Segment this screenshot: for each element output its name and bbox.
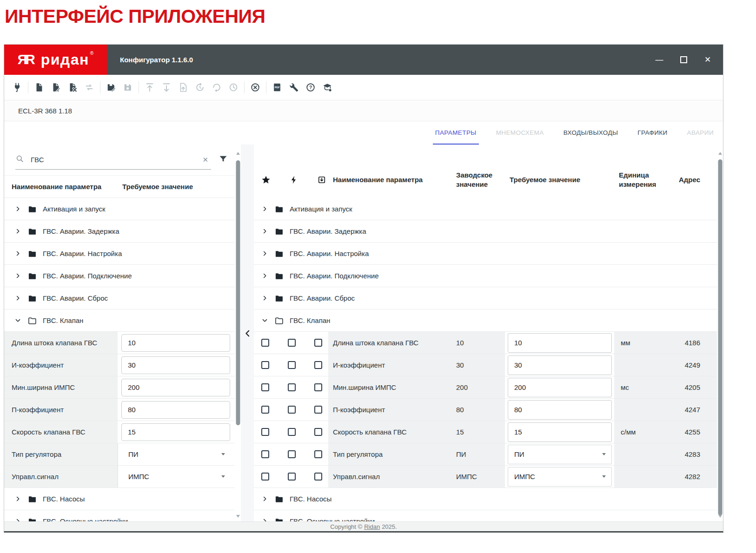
- edit-file-icon[interactable]: [47, 79, 64, 96]
- chevron-right-icon[interactable]: [261, 495, 268, 502]
- history-clock-icon[interactable]: [225, 79, 242, 96]
- sync-icon[interactable]: [81, 79, 98, 96]
- load-checkbox[interactable]: [314, 383, 322, 391]
- chevron-right-icon[interactable]: [14, 250, 21, 257]
- group-row[interactable]: ГВС. Насосы: [254, 488, 717, 510]
- required-value-input[interactable]: [121, 379, 230, 396]
- group-row[interactable]: ГВС. Аварии. Подключение: [4, 265, 235, 287]
- upload-device-icon[interactable]: [141, 79, 158, 96]
- tab-graphs[interactable]: ГРАФИКИ: [635, 121, 670, 145]
- chevron-down-icon[interactable]: [261, 317, 268, 324]
- required-value-select[interactable]: ИМПС: [508, 467, 612, 487]
- favorite-checkbox[interactable]: [261, 339, 269, 347]
- favorite-checkbox[interactable]: [261, 383, 269, 391]
- group-row[interactable]: ГВС. Аварии. Сброс: [254, 287, 717, 309]
- group-row[interactable]: ГВС. Насосы: [4, 488, 235, 510]
- write-checkbox[interactable]: [288, 450, 296, 458]
- filter-icon[interactable]: [219, 154, 228, 165]
- scroll-down-icon[interactable]: [236, 515, 240, 518]
- chevron-right-icon[interactable]: [261, 272, 268, 279]
- group-row[interactable]: ГВС. Аварии. Настройка: [4, 243, 235, 265]
- group-row[interactable]: ГВС. Основные настройки: [4, 510, 235, 521]
- required-value-input[interactable]: [121, 423, 230, 441]
- tab-parameters[interactable]: ПАРАМЕТРЫ: [433, 121, 479, 145]
- help-icon[interactable]: ?: [302, 79, 319, 96]
- search-input[interactable]: ГВС ✕: [15, 150, 211, 170]
- load-checkbox[interactable]: [314, 450, 322, 458]
- group-row[interactable]: ГВС. Клапан: [254, 309, 717, 332]
- download-device-icon[interactable]: [158, 79, 175, 96]
- left-scrollbar[interactable]: [235, 145, 241, 521]
- chevron-right-icon[interactable]: [14, 228, 21, 235]
- tab-mnemoscheme[interactable]: МНЕМОСХЕМА: [494, 121, 546, 145]
- scroll-up-icon[interactable]: [718, 152, 722, 155]
- connect-plug-icon[interactable]: [9, 79, 26, 96]
- write-checkbox[interactable]: [288, 361, 296, 369]
- save-icon[interactable]: [119, 79, 136, 96]
- maximize-button[interactable]: [677, 54, 690, 66]
- close-button[interactable]: ✕: [702, 54, 714, 66]
- scrollbar-thumb[interactable]: [718, 159, 722, 515]
- undo-restore-icon[interactable]: [208, 79, 225, 96]
- load-checkbox[interactable]: [314, 339, 322, 347]
- chevron-right-icon[interactable]: [261, 205, 268, 212]
- minimize-button[interactable]: —: [653, 54, 665, 66]
- export-pdf-icon[interactable]: PDF: [269, 79, 285, 96]
- required-value-input[interactable]: [121, 334, 230, 352]
- group-row[interactable]: ГВС. Клапан: [4, 309, 235, 332]
- new-file-icon[interactable]: [31, 79, 47, 96]
- group-row[interactable]: ГВС. Аварии. Задержка: [254, 220, 717, 243]
- training-icon[interactable]: [319, 79, 336, 96]
- delete-file-icon[interactable]: [64, 79, 81, 96]
- footer-link[interactable]: Ridan: [364, 523, 380, 530]
- group-row[interactable]: ГВС. Аварии. Задержка: [4, 220, 235, 243]
- favorite-checkbox[interactable]: [261, 406, 269, 414]
- chevron-right-icon[interactable]: [14, 205, 21, 212]
- required-value-input[interactable]: [508, 400, 612, 420]
- chevron-right-icon[interactable]: [261, 228, 268, 235]
- chevron-right-icon[interactable]: [14, 495, 21, 502]
- group-row[interactable]: Активация и запуск: [254, 198, 717, 220]
- favorite-checkbox[interactable]: [261, 473, 269, 481]
- favorite-checkbox[interactable]: [261, 450, 269, 458]
- search-clear-icon[interactable]: ✕: [202, 156, 211, 164]
- group-row[interactable]: ГВС. Аварии. Сброс: [4, 287, 235, 309]
- required-value-input[interactable]: [508, 422, 612, 442]
- chevron-right-icon[interactable]: [261, 250, 268, 257]
- group-row[interactable]: ГВС. Основные настройки: [254, 510, 717, 521]
- group-row[interactable]: ГВС. Аварии. Подключение: [254, 265, 717, 287]
- required-value-input[interactable]: [121, 401, 230, 419]
- right-scrollbar[interactable]: [717, 145, 723, 521]
- group-row[interactable]: ГВС. Аварии. Настройка: [254, 243, 717, 265]
- favorite-checkbox[interactable]: [261, 361, 269, 369]
- chevron-right-icon[interactable]: [261, 295, 268, 302]
- tab-io[interactable]: ВХОДЫ/ВЫХОДЫ: [561, 121, 621, 145]
- save-edit-icon[interactable]: [103, 79, 119, 96]
- favorite-star-icon[interactable]: [261, 175, 271, 184]
- write-checkbox[interactable]: [288, 383, 296, 391]
- required-value-input[interactable]: [121, 356, 230, 374]
- collapse-panel-button[interactable]: [243, 329, 252, 340]
- required-value-select[interactable]: ПИ: [508, 445, 612, 464]
- load-checkbox[interactable]: [314, 428, 322, 436]
- favorite-checkbox[interactable]: [261, 428, 269, 436]
- scroll-down-icon[interactable]: [718, 515, 722, 518]
- required-value-input[interactable]: [508, 356, 612, 375]
- chevron-right-icon[interactable]: [14, 295, 21, 302]
- chevron-right-icon[interactable]: [261, 518, 268, 521]
- write-checkbox[interactable]: [288, 339, 296, 347]
- scrollbar-thumb[interactable]: [236, 160, 240, 425]
- chevron-right-icon[interactable]: [14, 272, 21, 279]
- write-checkbox[interactable]: [288, 428, 296, 436]
- write-checkbox[interactable]: [288, 406, 296, 414]
- required-value-select[interactable]: ПИ: [118, 443, 235, 465]
- group-row[interactable]: Активация и запуск: [4, 198, 235, 220]
- cancel-icon[interactable]: [247, 79, 264, 96]
- required-value-input[interactable]: [508, 378, 612, 397]
- chevron-right-icon[interactable]: [14, 518, 21, 521]
- load-checkbox[interactable]: [314, 473, 322, 481]
- required-value-input[interactable]: [508, 333, 612, 353]
- scroll-up-icon[interactable]: [236, 152, 240, 155]
- load-checkbox[interactable]: [314, 406, 322, 414]
- tab-alarms[interactable]: АВАРИИ: [685, 121, 716, 145]
